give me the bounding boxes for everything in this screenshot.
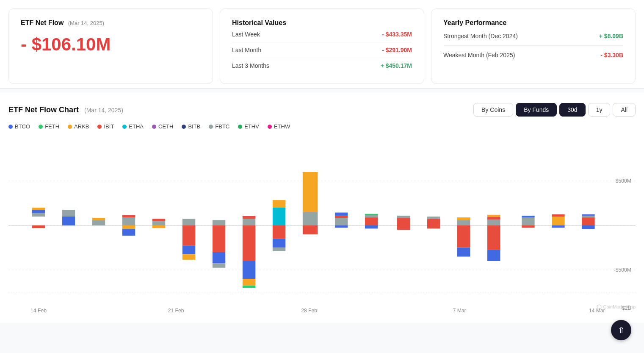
svg-rect-44: [303, 225, 318, 234]
legend-item: CETH: [152, 123, 173, 130]
legend-item: BTCO: [8, 123, 30, 130]
svg-rect-14: [92, 220, 105, 225]
svg-rect-65: [487, 220, 500, 225]
historical-row: Last Month- $291.90M: [232, 42, 412, 58]
svg-rect-15: [92, 218, 105, 220]
svg-rect-16: [122, 217, 135, 225]
svg-rect-38: [273, 200, 285, 208]
svg-rect-74: [582, 217, 594, 225]
svg-rect-35: [243, 219, 255, 225]
1y-button[interactable]: 1y: [588, 103, 611, 117]
svg-rect-76: [582, 214, 594, 216]
by-coins-button[interactable]: By Coins: [473, 103, 513, 117]
svg-rect-61: [457, 220, 470, 225]
svg-rect-71: [552, 217, 564, 225]
svg-rect-67: [487, 215, 500, 217]
svg-rect-13: [62, 210, 75, 217]
svg-rect-23: [182, 225, 195, 245]
svg-rect-21: [152, 219, 165, 221]
svg-rect-12: [62, 217, 75, 225]
svg-rect-46: [335, 216, 348, 218]
svg-rect-48: [335, 213, 348, 216]
svg-rect-54: [397, 216, 410, 218]
svg-rect-45: [335, 218, 348, 225]
svg-rect-51: [365, 214, 378, 215]
historical-values-card: Historical Values Last Week- $433.35MLas…: [220, 8, 424, 84]
legend-item: ETHA: [122, 123, 144, 130]
svg-rect-66: [487, 217, 500, 220]
svg-rect-69: [522, 216, 534, 217]
svg-rect-62: [457, 217, 470, 220]
svg-rect-73: [552, 225, 564, 228]
svg-rect-72: [552, 214, 564, 217]
svg-rect-42: [303, 172, 318, 212]
svg-rect-34: [243, 286, 255, 288]
legend-item: ARKB: [68, 123, 89, 130]
etf-net-flow-title: ETF Net Flow (Mar 14, 2025): [21, 19, 201, 27]
svg-rect-40: [273, 239, 285, 248]
svg-rect-43: [303, 212, 318, 226]
yearly-row: Weakest Month (Feb 2025)- $3.30B: [443, 46, 623, 64]
svg-rect-30: [213, 220, 225, 225]
svg-rect-68: [522, 217, 534, 225]
30d-button[interactable]: 30d: [559, 103, 585, 117]
legend-item: BITB: [182, 123, 200, 130]
historical-values-rows: Last Week- $433.35MLast Month- $291.90ML…: [232, 27, 412, 73]
historical-values-title: Historical Values: [232, 19, 412, 27]
svg-rect-53: [397, 218, 410, 225]
chart-svg: $500M -$500M -$2B: [8, 136, 636, 314]
svg-rect-22: [152, 225, 165, 228]
historical-row: Last 3 Months+ $450.17M: [232, 58, 412, 73]
svg-rect-24: [182, 245, 195, 254]
yearly-row: Strongest Month (Dec 2024)+ $8.09B: [443, 27, 623, 46]
svg-rect-20: [152, 221, 165, 226]
chart-title: ETF Net Flow Chart (Mar 14, 2025): [8, 106, 123, 114]
svg-rect-18: [122, 225, 135, 229]
svg-text:21 Feb: 21 Feb: [168, 308, 184, 314]
svg-rect-37: [273, 208, 285, 225]
svg-rect-9: [32, 210, 45, 213]
svg-rect-33: [243, 279, 255, 286]
svg-rect-55: [397, 225, 410, 230]
yearly-performance-card: Yearly Performance Strongest Month (Dec …: [431, 8, 636, 84]
svg-rect-75: [582, 216, 594, 217]
svg-rect-27: [213, 225, 225, 252]
svg-rect-28: [213, 252, 225, 263]
svg-rect-77: [582, 225, 594, 229]
svg-rect-63: [487, 225, 500, 250]
watermark: ⬡ CoinMarketCap: [597, 303, 636, 310]
svg-rect-56: [427, 219, 440, 225]
svg-rect-8: [32, 213, 45, 217]
svg-rect-19: [122, 229, 135, 236]
svg-rect-50: [365, 215, 378, 217]
historical-row: Last Week- $433.35M: [232, 27, 412, 42]
svg-rect-17: [122, 215, 135, 217]
legend-item: IBIT: [97, 123, 114, 130]
svg-rect-60: [457, 248, 470, 257]
svg-rect-29: [213, 263, 225, 268]
svg-rect-11: [32, 225, 45, 228]
svg-text:$500M: $500M: [616, 178, 631, 184]
svg-rect-47: [335, 225, 348, 228]
all-button[interactable]: All: [613, 103, 636, 117]
svg-rect-52: [365, 225, 378, 228]
chart-header: ETF Net Flow Chart (Mar 14, 2025) By Coi…: [8, 103, 636, 117]
svg-rect-36: [243, 216, 255, 219]
yearly-performance-rows: Strongest Month (Dec 2024)+ $8.09BWeakes…: [443, 27, 623, 64]
svg-rect-59: [457, 225, 470, 248]
legend-item: FETH: [39, 123, 59, 130]
by-funds-button[interactable]: By Funds: [516, 103, 557, 117]
legend-item: FBTC: [209, 123, 229, 130]
etf-net-flow-value: - $106.10M: [21, 34, 201, 55]
svg-rect-49: [365, 217, 378, 225]
svg-rect-41: [273, 248, 285, 251]
chart-legend: BTCOFETHARKBIBITETHACETHBITBFBTCETHVETHW: [8, 123, 636, 130]
svg-text:-$500M: -$500M: [614, 267, 631, 273]
etf-net-flow-card: ETF Net Flow (Mar 14, 2025) - $106.10M: [8, 8, 213, 84]
svg-rect-10: [32, 208, 45, 210]
chart-controls: By Coins By Funds 30d 1y All: [473, 103, 636, 117]
svg-text:14 Feb: 14 Feb: [30, 308, 47, 314]
scroll-to-top-button[interactable]: ⇧: [611, 320, 631, 340]
svg-text:28 Feb: 28 Feb: [301, 308, 317, 314]
svg-text:7 Mar: 7 Mar: [453, 308, 466, 314]
